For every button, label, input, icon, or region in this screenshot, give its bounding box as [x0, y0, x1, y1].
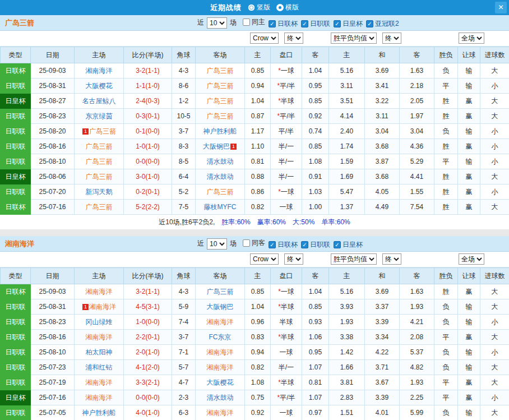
home-team-cell: 广岛三箭 [75, 200, 124, 215]
scope-select[interactable]: 全场 [459, 253, 484, 265]
home-team-name[interactable]: 广岛三箭 [86, 158, 113, 165]
home-team-name[interactable]: 新泻天鹅 [86, 188, 113, 196]
home-team-name[interactable]: 名古屋鲸八 [82, 97, 116, 105]
handicap-result-cell: 输 [458, 63, 480, 79]
home-team-name[interactable]: 冈山绿雉 [86, 318, 113, 326]
match-row: 日职联25-08-16湘南海洋2-2(0-1)3-7FC东京0.83*半球1.0… [1, 330, 509, 345]
home-team-name[interactable]: 浦和红钻 [86, 363, 113, 371]
home-team-cell: 湘南海洋 [75, 375, 124, 390]
handicap-result-cell: 输 [458, 299, 480, 315]
odds-final-select[interactable]: 终 [284, 253, 303, 265]
away-team-name[interactable]: FC东京 [209, 333, 232, 341]
home-team-name[interactable]: 湘南海洋 [86, 67, 113, 75]
home-team-cell: 新泻天鹅 [75, 184, 124, 200]
score-cell: 1-1(1-0) [124, 79, 172, 94]
filter-checkbox-同主[interactable]: 同主 [243, 17, 265, 27]
away-team-name[interactable]: 藤枝MYFC [204, 203, 237, 211]
result-cell: 平 [434, 375, 458, 390]
rate-stat: 单率:60% [321, 218, 350, 227]
handicap-result-cell: 赢 [458, 184, 480, 200]
handicap-cell: 半球 [271, 315, 302, 330]
ah-away-odds: 1.07 [302, 390, 329, 405]
europe-odds-select[interactable]: 胜平负均值 [331, 253, 377, 265]
filter-checkbox-日联杯[interactable]: ✓日联杯 [269, 19, 298, 29]
euro-away-odds: 2.18 [400, 79, 434, 94]
filter-checkbox-日职联[interactable]: ✓日职联 [301, 240, 330, 250]
home-team-name[interactable]: 广岛三箭 [86, 203, 113, 211]
away-team-name[interactable]: 大阪樱花 [207, 379, 234, 386]
filter-checkbox-日皇杯[interactable]: ✓日皇杯 [334, 240, 363, 250]
date-cell: 25-09-03 [31, 284, 75, 299]
odds-final-select[interactable]: 终 [284, 33, 303, 44]
home-team-name[interactable]: 湘南海洋 [89, 303, 116, 311]
result-cell: 平 [434, 330, 458, 345]
home-team-name[interactable]: 神户胜利船 [82, 409, 116, 417]
filter-checkbox-亚冠联2[interactable]: ✓亚冠联2 [366, 19, 399, 29]
away-team-name[interactable]: 神户胜利船 [203, 127, 237, 135]
layout-option-竖版[interactable]: 竖版 [248, 3, 270, 12]
checkbox-label: 日联杯 [277, 19, 298, 29]
checkbox-label: 日皇杯 [343, 240, 363, 250]
europe-final-select[interactable]: 终 [382, 33, 401, 44]
away-team-cell: 大阪钢巴 [196, 299, 245, 315]
euro-draw-odds: 3.87 [365, 154, 400, 169]
date-cell: 25-08-23 [31, 315, 75, 330]
away-team-name[interactable]: 清水鼓动 [207, 158, 234, 165]
away-team-name[interactable]: 大阪钢巴 [207, 303, 234, 311]
home-team-name[interactable]: 湘南海洋 [86, 394, 113, 401]
goals-cell: 大 [480, 63, 509, 79]
away-team-name[interactable]: 广岛三箭 [207, 288, 234, 296]
away-team-name[interactable]: 广岛三箭 [207, 188, 234, 196]
filter-checkboxes: 同客✓日联杯✓日职联✓日皇杯 [239, 238, 363, 250]
filter-checkbox-日皇杯[interactable]: ✓日皇杯 [334, 19, 363, 29]
filter-checkbox-同客[interactable]: 同客 [243, 238, 265, 248]
home-team-name[interactable]: 广岛三箭 [86, 173, 113, 181]
away-team-cell: 神户胜利船 [196, 124, 245, 139]
euro-away-odds: 2.08 [400, 330, 434, 345]
date-cell: 25-08-10 [31, 345, 75, 360]
odds-source-select[interactable]: Crow [250, 33, 279, 44]
handicap-cell: *一球 [271, 284, 302, 299]
home-team-name[interactable]: 大阪樱花 [86, 82, 113, 90]
europe-odds-select[interactable]: 胜平负均值 [331, 33, 377, 44]
away-team-name[interactable]: 广岛三箭 [207, 97, 234, 105]
away-team-name[interactable]: 湘南海洋 [207, 348, 234, 356]
league-cell: 日职联 [1, 315, 31, 330]
away-team-name[interactable]: 广岛三箭 [207, 82, 234, 90]
euro-home-odds: 3.93 [329, 299, 365, 315]
corner-cell: 8-6 [172, 79, 196, 94]
home-team-name[interactable]: 湘南海洋 [86, 288, 113, 296]
away-team-name[interactable]: 清水鼓动 [207, 394, 234, 401]
ah-away-odds: 0.81 [302, 375, 329, 390]
team-section: 广岛三箭 近 10 场 同主✓日联杯✓日职联✓日皇杯✓亚冠联2 Crow 终 胜… [0, 15, 509, 229]
home-team-name[interactable]: 湘南海洋 [86, 333, 113, 341]
home-team-name[interactable]: 湘南海洋 [86, 379, 113, 386]
away-team-name[interactable]: 广岛三箭 [207, 112, 234, 120]
away-team-name[interactable]: 大阪钢巴 [203, 142, 230, 150]
handicap-cell: 半/一 [271, 154, 302, 169]
filter-checkbox-日联杯[interactable]: ✓日联杯 [269, 240, 298, 250]
filter-checkbox-日职联[interactable]: ✓日职联 [301, 19, 330, 29]
close-button[interactable]: ✕ [495, 2, 507, 13]
away-team-name[interactable]: 湘南海洋 [207, 363, 234, 371]
score-cell: 4-1(2-0) [124, 360, 172, 375]
away-team-name[interactable]: 湘南海洋 [207, 409, 234, 417]
europe-final-select[interactable]: 终 [382, 253, 401, 265]
checkbox-label: 日职联 [310, 240, 330, 250]
home-team-name[interactable]: 柏太阳神 [86, 348, 113, 356]
away-team-name[interactable]: 清水鼓动 [207, 173, 234, 181]
home-team-name[interactable]: 广岛三箭 [86, 142, 113, 150]
odds-source-select[interactable]: Crow [250, 253, 279, 265]
away-team-name[interactable]: 广岛三箭 [207, 67, 234, 75]
scope-select[interactable]: 全场 [459, 33, 484, 44]
layout-option-横版[interactable]: 横版 [277, 3, 299, 12]
handicap-cell: *平/半 [271, 109, 302, 124]
home-team-name[interactable]: 广岛三箭 [89, 127, 116, 135]
handicap-odds-controls: Crow 终 [250, 33, 303, 44]
filter-checkboxes: 同主✓日联杯✓日职联✓日皇杯✓亚冠联2 [239, 17, 399, 29]
score-cell: 3-2(1-1) [124, 63, 172, 79]
home-team-name[interactable]: 东京绿茵 [86, 112, 113, 120]
match-count-select[interactable]: 10 [207, 17, 227, 29]
away-team-name[interactable]: 湘南海洋 [207, 318, 234, 326]
match-count-select[interactable]: 10 [207, 238, 227, 250]
